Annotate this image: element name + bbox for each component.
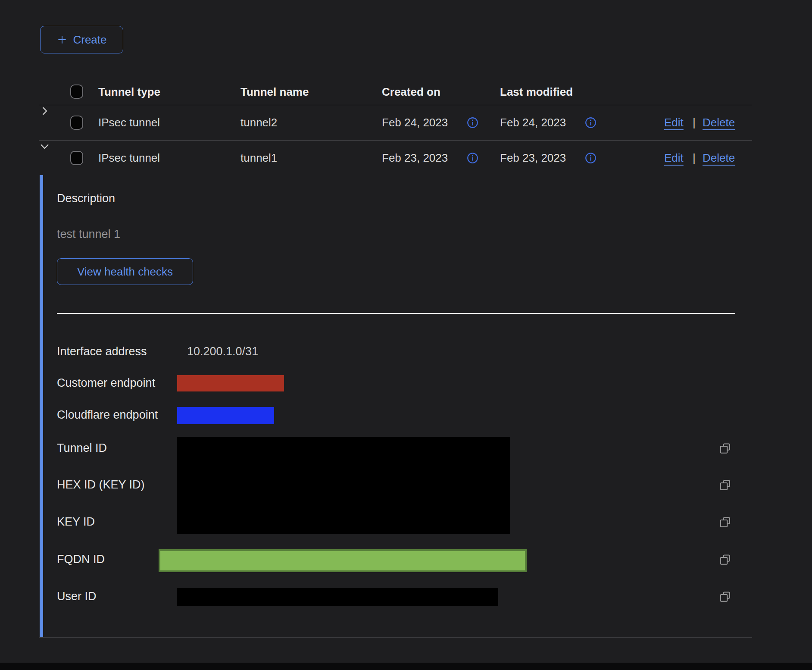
create-button[interactable]: Create <box>40 26 123 53</box>
cell-created-on: Feb 24, 2023 <box>382 105 448 140</box>
edit-link[interactable]: Edit <box>664 105 684 140</box>
cell-created-on: Feb 23, 2023 <box>382 141 448 175</box>
key-id-label: KEY ID <box>57 515 95 529</box>
customer-endpoint-label: Customer endpoint <box>57 376 155 390</box>
cell-last-modified: Feb 24, 2023 <box>500 105 566 140</box>
table-row-tunnel2: IPsec tunnel tunnel2 Feb 24, 2023 Feb 24… <box>39 105 752 141</box>
view-health-checks-button[interactable]: View health checks <box>57 258 193 285</box>
header-last-modified: Last modified <box>500 79 573 105</box>
header-tunnel-name: Tunnel name <box>240 79 309 105</box>
delete-link[interactable]: Delete <box>703 105 735 140</box>
delete-link[interactable]: Delete <box>703 141 735 175</box>
fqdn-id-label: FQDN ID <box>57 553 105 566</box>
cloudflare-endpoint-label: Cloudflare endpoint <box>57 408 158 422</box>
info-circle-icon[interactable] <box>467 152 478 164</box>
table-row-tunnel1: IPsec tunnel tunnel1 Feb 23, 2023 Feb 23… <box>39 141 752 175</box>
tunnel-id-label: Tunnel ID <box>57 441 107 455</box>
chevron-down-icon[interactable] <box>39 141 50 152</box>
expanded-row-indicator-bar <box>40 175 43 637</box>
actions-separator: | <box>693 105 696 140</box>
section-divider <box>57 313 735 314</box>
description-label: Description <box>57 192 115 205</box>
cell-last-modified: Feb 23, 2023 <box>500 141 566 175</box>
row-checkbox[interactable] <box>70 151 83 165</box>
select-all-checkbox[interactable] <box>70 85 83 99</box>
copy-icon[interactable] <box>719 442 732 455</box>
copy-icon[interactable] <box>719 516 732 529</box>
copy-icon[interactable] <box>719 553 732 566</box>
copy-icon[interactable] <box>719 590 732 603</box>
ipsec-tunnels-page: Create Tunnel type Tunnel name Created o… <box>0 0 812 670</box>
cloudflare-endpoint-redacted-value <box>177 407 274 424</box>
interface-address-value: 10.200.1.0/31 <box>187 345 258 358</box>
copy-icon[interactable] <box>719 479 732 492</box>
create-button-label: Create <box>73 33 106 47</box>
row-checkbox[interactable] <box>70 116 83 130</box>
hex-id-label: HEX ID (KEY ID) <box>57 478 145 492</box>
cell-tunnel-type: IPsec tunnel <box>98 105 160 140</box>
bottom-edge-strip <box>0 663 812 670</box>
user-id-redacted-value <box>177 588 498 606</box>
edit-link[interactable]: Edit <box>664 141 684 175</box>
cell-tunnel-name: tunnel2 <box>240 105 277 140</box>
description-value: test tunnel 1 <box>57 228 120 241</box>
user-id-label: User ID <box>57 590 97 603</box>
plus-icon <box>56 34 68 45</box>
chevron-right-icon[interactable] <box>39 105 50 117</box>
customer-endpoint-redacted-value <box>177 375 284 391</box>
tunnels-table: Tunnel type Tunnel name Created on Last … <box>39 79 752 175</box>
info-circle-icon[interactable] <box>585 152 597 164</box>
table-header-row: Tunnel type Tunnel name Created on Last … <box>39 79 752 105</box>
cell-tunnel-type: IPsec tunnel <box>98 141 160 175</box>
fqdn-id-redacted-value <box>159 549 527 572</box>
cell-tunnel-name: tunnel1 <box>240 141 277 175</box>
header-created-on: Created on <box>382 79 440 105</box>
actions-separator: | <box>693 141 696 175</box>
info-circle-icon[interactable] <box>467 117 478 128</box>
interface-address-label: Interface address <box>57 345 147 358</box>
ids-redacted-values <box>177 437 510 534</box>
header-tunnel-type: Tunnel type <box>98 79 160 105</box>
table-bottom-divider <box>39 637 752 638</box>
info-circle-icon[interactable] <box>585 117 597 128</box>
